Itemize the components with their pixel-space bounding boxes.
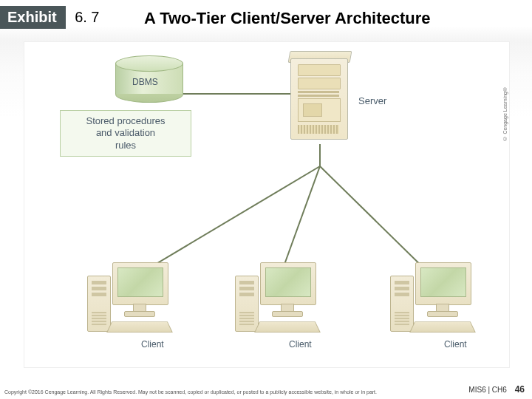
book-reference: MIS6 | CH6: [468, 386, 507, 394]
dbms-label: DBMS: [132, 77, 158, 87]
client-1-label: Client: [141, 339, 164, 349]
server-label: Server: [358, 95, 386, 106]
footer-right: MIS6 | CH6 46: [468, 384, 525, 395]
client-3-icon: [390, 262, 479, 344]
client-3-label: Client: [444, 339, 467, 349]
side-copyright: © Cengage Learning®: [502, 86, 508, 141]
exhibit-badge: Exhibit: [0, 6, 66, 29]
stored-procedures-box: Stored procedures and validation rules: [60, 110, 191, 157]
client-2-label: Client: [289, 339, 312, 349]
client-2-icon: [235, 262, 324, 344]
page-number: 46: [515, 384, 525, 395]
server-icon: [290, 58, 348, 140]
architecture-diagram: DBMS Stored procedures and validation ru…: [24, 41, 510, 368]
footer-copyright: Copyright ©2016 Cengage Learning. All Ri…: [4, 389, 377, 395]
client-1-icon: [87, 262, 176, 344]
stored-procedures-text: Stored procedures and validation rules: [86, 115, 166, 151]
slide-title: A Two-Tier Client/Server Architecture: [144, 9, 431, 28]
slide-header: Exhibit 6. 7 A Two-Tier Client/Server Ar…: [0, 6, 532, 35]
exhibit-number: 6. 7: [75, 6, 99, 26]
